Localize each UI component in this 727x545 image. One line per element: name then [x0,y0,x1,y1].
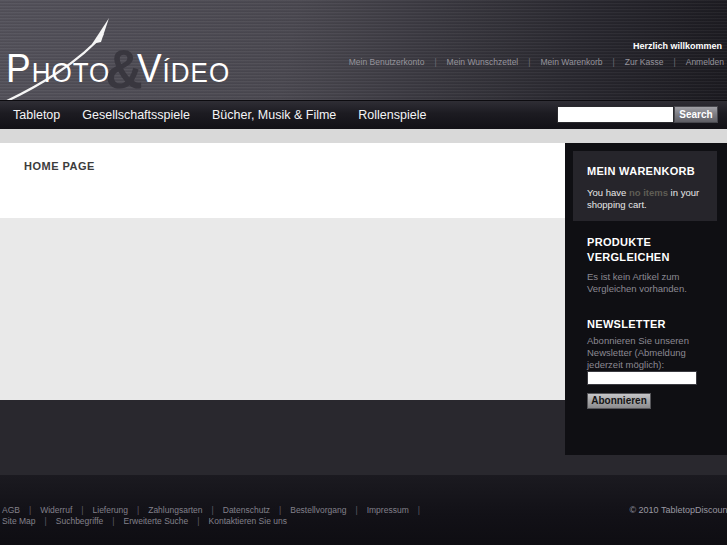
site-footer: AGBWiderrufLieferungZahlungsartenDatensc… [0,475,727,545]
page-title: HOME PAGE [24,160,95,172]
footer-copyright: © 2010 TabletopDiscount [629,505,727,515]
cart-no-items-highlight: no items [629,187,668,198]
newsletter-description: Abonnieren Sie unseren Newsletter (Abmel… [587,335,705,371]
right-sidebar: MEIN WARENKORB You have no items in your… [565,143,727,455]
compare-empty-text: Es ist kein Artikel zum Vergleichen vorh… [587,271,705,295]
footer-link-bestellvorgang[interactable]: Bestellvorgang [290,505,366,515]
footer-link-erweiterte-suche[interactable]: Erweiterte Suche [124,516,209,526]
link-mein-benutzerkonto[interactable]: Mein Benutzerkonto [349,57,447,67]
welcome-message: Herzlich willkommen [633,41,722,51]
account-links: Mein BenutzerkontoMein WunschzettelMein … [349,57,724,67]
footer-links-row2: Site MapSuchbegriffeErweiterte SucheKont… [2,516,287,526]
cart-title: MEIN WARENKORB [587,164,705,179]
footer-link-agb[interactable]: AGB [2,505,40,515]
search-input[interactable] [557,106,674,123]
logo-word1: Photo [6,46,110,90]
nav-items: Tabletop Gesellschaftsspiele Bücher, Mus… [2,101,437,130]
footer-link-suchbegriffe[interactable]: Suchbegriffe [56,516,124,526]
cart-status-text: You have no items in your shopping cart. [587,187,705,211]
search-button[interactable]: Search [674,106,718,123]
content-white-band [0,143,566,218]
nav-item-gesellschaftsspiele[interactable]: Gesellschaftsspiele [71,101,201,130]
content-gray-band [0,218,566,400]
newsletter-title: NEWSLETTER [587,317,699,332]
nav-item-rollenspiele[interactable]: Rollenspiele [347,101,437,130]
cart-panel: MEIN WARENKORB You have no items in your… [573,151,717,221]
footer-link-kontaktieren[interactable]: Kontaktieren Sie uns [209,516,287,526]
cart-text-before: You have [587,187,629,198]
footer-link-lieferung[interactable]: Lieferung [93,505,149,515]
link-zur-kasse[interactable]: Zur Kasse [625,57,686,67]
compare-title: PRODUKTE VERGLEICHEN [587,235,699,265]
content-top-strip [0,129,727,143]
newsletter-email-input[interactable] [587,371,697,385]
site-logo[interactable]: Photo&Vídeo [6,38,216,98]
logo-text: Photo&Vídeo [6,46,230,91]
footer-link-site-map[interactable]: Site Map [2,516,56,526]
nav-item-tabletop[interactable]: Tabletop [2,101,71,130]
footer-link-datenschutz[interactable]: Datenschutz [223,505,290,515]
nav-item-buecher-musik-filme[interactable]: Bücher, Musik & Filme [201,101,347,130]
link-mein-warenkorb[interactable]: Mein Warenkorb [540,57,624,67]
footer-links-row1: AGBWiderrufLieferungZahlungsartenDatensc… [2,505,429,515]
link-anmelden[interactable]: Anmelden [686,57,724,67]
newsletter-subscribe-button[interactable]: Abonnieren [587,393,651,409]
link-mein-wunschzettel[interactable]: Mein Wunschzettel [447,57,541,67]
site-header: Photo&Vídeo Herzlich willkommen Mein Ben… [0,0,727,100]
footer-link-zahlungsarten[interactable]: Zahlungsarten [148,505,223,515]
footer-link-impressum[interactable]: Impressum [367,505,429,515]
logo-word2: Vídeo [137,46,230,90]
footer-link-widerruf[interactable]: Widerruf [40,505,92,515]
